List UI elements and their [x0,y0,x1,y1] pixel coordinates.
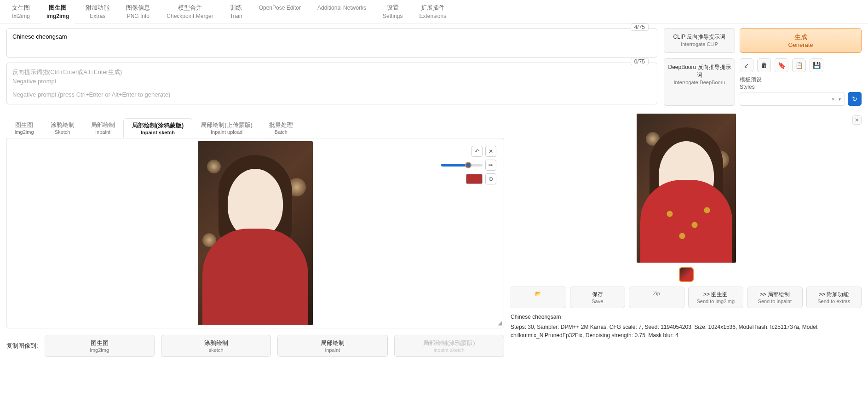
top-tab-img2img[interactable]: 图生图img2img [38,0,77,23]
sub-tab-img2img[interactable]: 图生图img2img [6,118,42,138]
copy-to-inpaint-button[interactable]: 局部绘制inpaint [277,335,387,357]
top-tab-extensions[interactable]: 扩展插件Extensions [411,0,454,23]
output-zip-button[interactable]: Zip [629,287,684,308]
generation-info: Chinese cheongsam Steps: 30, Sampler: DP… [511,313,862,339]
top-tab-additional-networks[interactable]: Additional Networks [309,0,374,23]
output-close-icon[interactable]: ✕ [852,115,862,125]
output-send-to-extras-button[interactable]: >> 附加功能Send to extras [806,287,862,308]
brush-icon[interactable]: ✏ [485,160,496,171]
negative-prompt-input[interactable]: 反向提示词(按Ctrl+Enter或Alt+Enter生成) Negative … [12,68,651,99]
styles-clear-icon[interactable]: × [831,96,835,103]
brush-color-swatch[interactable] [466,174,483,184]
close-icon[interactable]: ✕ [485,146,496,157]
sub-tab-inpaint-sketch[interactable]: 局部绘制(涂鸦蒙版)Inpaint sketch [123,118,193,138]
prompt-box: 4/75 [6,28,657,58]
canvas-area: ↶ ✕ ✏ ⊙ ◢ [6,138,504,328]
output-send-to-inpaint-button[interactable]: >> 局部绘制Send to inpaint [747,287,803,308]
top-tab-checkpoint-merger[interactable]: 模型合并Checkpoint Merger [158,0,221,23]
sub-tab-inpaint-upload[interactable]: 局部绘制(上传蒙版)Inpaint upload [192,118,261,138]
top-tab-txt2img[interactable]: 文生图txt2img [4,0,38,23]
sub-tab-inpaint[interactable]: 局部绘制Inpaint [83,118,123,138]
top-tab-train[interactable]: 训练Train [222,0,251,23]
clipboard-icon[interactable]: 📋 [792,58,806,72]
sub-tab-batch[interactable]: 批量处理Batch [261,118,301,138]
copy-label: 复制图像到: [6,342,38,350]
tool-row: ↙ 🗑 🔖 📋 💾 [740,58,862,72]
neg-prompt-token-counter: 0/75 [631,58,649,65]
resize-handle[interactable]: ◢ [498,320,502,326]
top-tab-settings[interactable]: 设置Settings [374,0,411,23]
color-picker-icon[interactable]: ⊙ [485,173,496,184]
copy-to-img2img-button[interactable]: 图生图img2img [45,335,155,357]
undo-icon[interactable]: ↶ [471,146,483,157]
interrogate-clip-button[interactable]: CLIP 反向推导提示词 Interrogate CLIP [664,28,735,53]
output-save-button[interactable]: 保存Save [570,287,626,308]
styles-label: 模板预设 Styles [740,76,862,90]
trash-icon[interactable]: 🗑 [757,58,771,72]
generate-button[interactable]: 生成 Generate [740,28,862,53]
styles-select[interactable]: × ▾ [740,92,845,106]
top-tabs: 文生图txt2img图生图img2img附加功能Extras图像信息PNG In… [0,0,868,23]
copy-to-sketch-button[interactable]: 涂鸦绘制sketch [161,335,271,357]
output-image[interactable] [637,114,736,263]
styles-refresh-icon[interactable]: ↻ [848,92,862,106]
chevron-down-icon[interactable]: ▾ [839,97,841,102]
sub-tabs: 图生图img2img涂鸦绘制Sketch局部绘制Inpaint局部绘制(涂鸦蒙版… [6,118,504,138]
output---button[interactable]: 📂 [511,287,566,308]
save-style-icon[interactable]: 💾 [810,58,823,72]
prompt-input[interactable] [12,33,651,52]
inpaint-canvas[interactable] [198,141,313,325]
interrogate-deepbooru-button[interactable]: DeepBooru 反向推导提示词 Interrogate DeepBooru [664,58,735,106]
output-send-to-img2img-button[interactable]: >> 图生图Send to img2img [688,287,744,308]
top-tab-png-info[interactable]: 图像信息PNG Info [118,0,158,23]
output-thumbnail[interactable] [679,267,694,282]
top-tab-extras[interactable]: 附加功能Extras [77,0,118,23]
copy-to-inpaint-sketch-button: 局部绘制(涂鸦蒙版)inpaint sketch [394,335,504,357]
styles-load-icon[interactable]: 🔖 [775,58,788,72]
negative-prompt-box: 0/75 反向提示词(按Ctrl+Enter或Alt+Enter生成) Nega… [6,63,657,104]
arrow-icon[interactable]: ↙ [740,58,753,72]
sub-tab-sketch[interactable]: 涂鸦绘制Sketch [42,118,83,138]
brush-size-slider[interactable] [441,164,483,167]
top-tab-openpose-editor[interactable]: OpenPose Editor [251,0,309,23]
prompt-token-counter: 4/75 [631,23,649,31]
